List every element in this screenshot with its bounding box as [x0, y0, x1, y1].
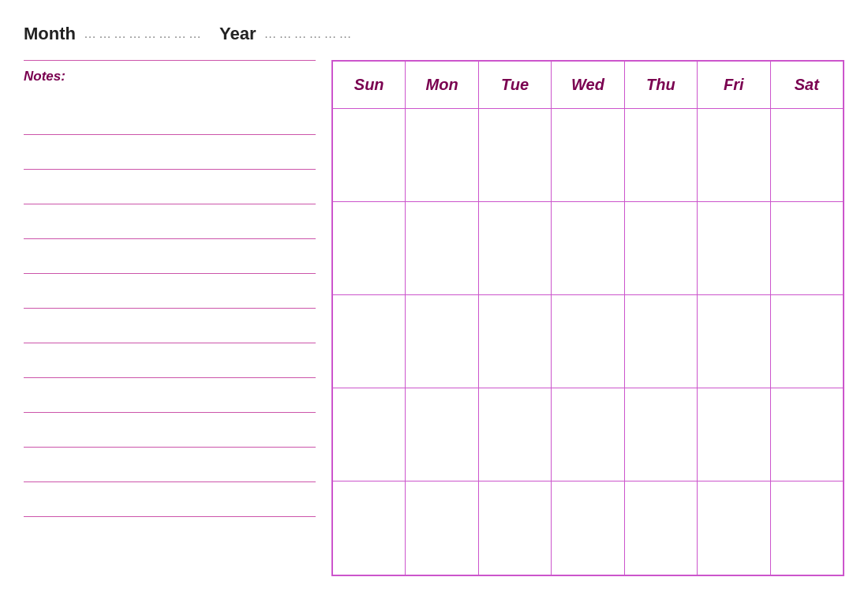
note-line — [24, 274, 316, 309]
note-line — [24, 413, 316, 448]
calendar-cell[interactable] — [625, 202, 698, 295]
year-label: Year — [219, 24, 256, 44]
calendar-cell[interactable] — [406, 109, 478, 202]
note-line — [24, 204, 316, 239]
calendar-cell[interactable] — [552, 202, 624, 295]
calendar-cell[interactable] — [479, 481, 552, 575]
calendar-row-3 — [333, 295, 843, 388]
calendar-row-2 — [333, 202, 843, 295]
note-line — [24, 100, 316, 135]
calendar-cell[interactable] — [698, 388, 770, 481]
calendar-cell[interactable] — [333, 388, 406, 481]
calendar-cell[interactable] — [479, 202, 552, 295]
calendar-grid: Sun Mon Tue Wed Thu Fri Sat — [331, 60, 844, 576]
calendar-cell[interactable] — [698, 109, 770, 202]
notes-lines — [24, 100, 316, 517]
day-header-wed: Wed — [552, 62, 624, 109]
calendar-cell[interactable] — [552, 388, 624, 481]
calendar-cell[interactable] — [771, 295, 843, 388]
calendar-body — [333, 109, 843, 575]
calendar-cell[interactable] — [333, 295, 406, 388]
calendar-cell[interactable] — [406, 295, 478, 388]
note-line — [24, 482, 316, 517]
note-line — [24, 135, 316, 170]
calendar-cell[interactable] — [406, 481, 478, 575]
month-dots: …………………… — [84, 27, 204, 41]
notes-label: Notes: — [24, 69, 316, 84]
day-header-fri: Fri — [698, 62, 770, 109]
calendar-cell[interactable] — [771, 481, 843, 575]
header: Month …………………… Year ……………… — [24, 24, 844, 44]
calendar-cell[interactable] — [406, 202, 478, 295]
calendar-cell[interactable] — [625, 295, 698, 388]
main-content: Notes: Sun Mon — [24, 60, 844, 576]
note-line — [24, 309, 316, 343]
calendar-cell[interactable] — [406, 388, 478, 481]
calendar-cell[interactable] — [552, 481, 624, 575]
calendar-cell[interactable] — [552, 109, 624, 202]
day-header-mon: Mon — [406, 62, 478, 109]
calendar-cell[interactable] — [625, 388, 698, 481]
note-line — [24, 378, 316, 413]
day-header-thu: Thu — [625, 62, 698, 109]
page: Month …………………… Year ……………… Notes: — [0, 0, 868, 592]
calendar-cell[interactable] — [698, 481, 770, 575]
calendar-row-1 — [333, 109, 843, 202]
calendar-cell[interactable] — [479, 295, 552, 388]
calendar-cell[interactable] — [771, 388, 843, 481]
calendar-cell[interactable] — [333, 481, 406, 575]
notes-panel: Notes: — [24, 60, 331, 576]
calendar-panel: Sun Mon Tue Wed Thu Fri Sat — [331, 60, 844, 576]
note-line — [24, 343, 316, 378]
calendar-cell[interactable] — [771, 202, 843, 295]
calendar-cell[interactable] — [333, 109, 406, 202]
note-line — [24, 239, 316, 274]
top-divider — [24, 60, 316, 61]
day-header-sat: Sat — [771, 62, 843, 109]
note-line — [24, 170, 316, 204]
calendar-row-4 — [333, 388, 843, 481]
calendar-row-5 — [333, 481, 843, 575]
calendar-cell[interactable] — [698, 202, 770, 295]
month-label: Month — [24, 24, 76, 44]
calendar-cell[interactable] — [479, 388, 552, 481]
calendar-cell[interactable] — [333, 202, 406, 295]
day-header-sun: Sun — [333, 62, 406, 109]
calendar-cell[interactable] — [698, 295, 770, 388]
note-line — [24, 448, 316, 482]
calendar-cell[interactable] — [625, 109, 698, 202]
day-header-tue: Tue — [479, 62, 552, 109]
calendar-cell[interactable] — [552, 295, 624, 388]
calendar-cell[interactable] — [771, 109, 843, 202]
calendar-cell[interactable] — [625, 481, 698, 575]
calendar-cell[interactable] — [479, 109, 552, 202]
calendar-header-row: Sun Mon Tue Wed Thu Fri Sat — [333, 62, 843, 109]
year-dots: ……………… — [264, 27, 354, 41]
